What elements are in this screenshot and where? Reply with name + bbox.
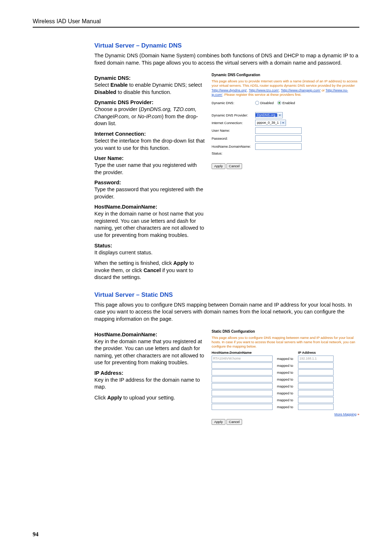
static-panel-title: Static DNS Configuration	[212, 329, 359, 333]
section2-intro: This page allows you to configure DNS ma…	[94, 301, 359, 323]
field-provider-desc: Choose a provider (DynDNS.org, TZO.com, …	[94, 106, 205, 127]
field-host-label: HostName.DomainName:	[94, 204, 205, 210]
static-host-4[interactable]	[212, 383, 273, 389]
section2-title: Virtual Server – Static DNS	[94, 291, 359, 299]
static-ip-1[interactable]	[298, 362, 334, 369]
static-ip-0[interactable]	[298, 356, 334, 362]
dyn-row-dyndns: Dynamic DNS:	[212, 101, 255, 105]
mapped-to-label: mapped to	[277, 370, 298, 374]
static-host-5[interactable]	[212, 390, 273, 396]
section2-closing: Click Apply to upload your setting.	[94, 394, 205, 402]
changeip-link[interactable]: 'http://www.changeip.com'	[281, 88, 320, 92]
cancel-button[interactable]: Cancel	[226, 419, 242, 425]
mapped-to-label: mapped to	[277, 377, 298, 381]
provider-select[interactable]: DynDNS.org ▾	[255, 112, 283, 118]
field-user-desc: Type the user name that you registered w…	[94, 162, 205, 176]
static-host-0[interactable]	[212, 356, 273, 362]
double-arrow-icon: »	[358, 412, 359, 416]
tzo-link[interactable]: 'http://www.tzo.com'	[249, 88, 279, 92]
mapped-to-label: mapped to	[277, 357, 298, 361]
dynamic-dns-panel: Dynamic DNS Configuration This page allo…	[212, 71, 359, 169]
field-internet-label: Internet Connection:	[94, 131, 205, 137]
cancel-button[interactable]: Cancel	[226, 163, 242, 169]
field-internet-desc: Select the interface from the drop-down …	[94, 138, 205, 152]
mapped-to-label: mapped to	[277, 391, 298, 395]
field2-host-desc: Key in the domain name that you register…	[94, 338, 205, 366]
dyn-row-internet: Internet Connection:	[212, 121, 255, 125]
field-status-desc: It displays current status.	[94, 249, 205, 257]
radio-disabled[interactable]	[255, 101, 259, 105]
static-panel-desc: This page allows you to configure DNS ma…	[212, 336, 359, 349]
field-dyndns-label: Dynamic DNS:	[94, 75, 205, 81]
static-ip-6[interactable]	[298, 397, 334, 403]
mapped-to-label: mapped to	[277, 384, 298, 388]
mapped-to-label: mapped to	[277, 364, 298, 368]
field2-ip-desc: Key in the IP address for the domain nam…	[94, 377, 205, 391]
dyn-row-user: User Name:	[212, 128, 255, 132]
dyndns-link[interactable]: 'http://www.dyndns.org'	[212, 88, 247, 92]
more-mapping-link[interactable]: More Mapping »	[212, 412, 359, 416]
apply-button[interactable]: Apply	[212, 419, 225, 425]
static-host-1[interactable]	[212, 362, 273, 369]
dyn-panel-desc: This page allows you to provide Internet…	[212, 79, 359, 97]
internet-select[interactable]: pppoe_0_39_1 ▾	[255, 120, 286, 126]
radio-disabled-label: Disabled	[260, 101, 274, 105]
static-host-3[interactable]	[212, 376, 273, 382]
dyn-panel-title: Dynamic DNS Configuration	[212, 73, 359, 77]
chevron-down-icon: ▾	[280, 121, 286, 124]
static-col-host: HostName.DomainName	[212, 350, 277, 354]
running-head: Wireless IAD User Manual	[33, 18, 359, 28]
section1-closing: When the setting is finished, click Appl…	[94, 260, 205, 281]
user-name-input[interactable]	[255, 127, 302, 134]
static-ip-4[interactable]	[298, 383, 334, 389]
page-number: 94	[33, 531, 38, 538]
static-ip-2[interactable]	[298, 369, 334, 376]
static-host-6[interactable]	[212, 397, 273, 403]
field-dyndns-desc: Select Enable to enable Dynamic DNS; sel…	[94, 82, 205, 96]
hostname-input[interactable]	[255, 143, 302, 150]
static-col-ip: IP Address	[298, 350, 316, 354]
apply-button[interactable]: Apply	[212, 163, 225, 169]
field-pass-desc: Type the password that you registered wi…	[94, 186, 205, 200]
static-ip-3[interactable]	[298, 376, 334, 382]
mapped-to-label: mapped to	[277, 405, 298, 409]
field-host-desc: Key in the domain name or host name that…	[94, 210, 205, 239]
field2-host-label: HostName.DomainName:	[94, 332, 205, 337]
chevron-down-icon: ▾	[277, 114, 282, 117]
field-pass-label: Password:	[94, 180, 205, 185]
radio-enabled[interactable]	[277, 101, 281, 105]
static-dns-panel: Static DNS Configuration This page allow…	[212, 328, 359, 425]
section1-intro: The Dynamic DNS (Domain Name System) com…	[94, 52, 359, 66]
password-input[interactable]	[255, 135, 302, 142]
static-ip-5[interactable]	[298, 390, 334, 396]
dyn-row-provider: Dynamic DNS Provider:	[212, 113, 255, 117]
dyn-row-pass: Password:	[212, 136, 255, 140]
static-host-2[interactable]	[212, 369, 273, 376]
field-status-label: Status:	[94, 243, 205, 249]
static-ip-7[interactable]	[298, 404, 334, 410]
field-provider-label: Dynamic DNS Provider:	[94, 99, 205, 105]
section1-title: Virtual Server – Dynamic DNS	[94, 42, 359, 49]
static-host-7[interactable]	[212, 404, 273, 410]
dyn-row-host: HostName.DomainName:	[212, 144, 255, 148]
radio-enabled-label: Enabled	[282, 101, 295, 105]
field2-ip-label: IP Address:	[94, 370, 205, 376]
dyn-row-status: Status:	[212, 151, 255, 155]
mapped-to-label: mapped to	[277, 398, 298, 402]
field-user-label: User Name:	[94, 155, 205, 161]
